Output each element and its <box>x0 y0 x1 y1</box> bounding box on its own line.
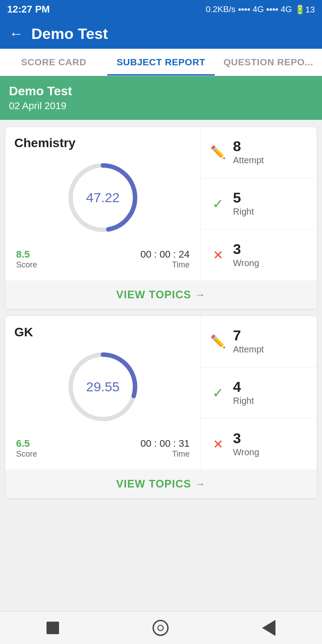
gk-wrong-value: 3 <box>233 431 259 445</box>
pencil-icon: ✏️ <box>210 145 226 160</box>
chemistry-score-block: 8.5 Score <box>16 249 37 270</box>
chemistry-time-value: 00 : 00 : 24 <box>140 249 190 260</box>
status-time: 12:27 PM <box>7 4 50 15</box>
chemistry-score-label: Score <box>16 260 37 270</box>
check-icon-gk: ✓ <box>210 385 226 401</box>
gk-right-cell: ✓ 4 Right <box>201 368 317 419</box>
gk-time-label: Time <box>140 449 190 459</box>
cross-icon: ✕ <box>210 248 226 263</box>
square-icon <box>47 622 59 634</box>
triangle-icon <box>262 620 275 636</box>
chemistry-right-value: 5 <box>233 191 254 205</box>
subject-card-chemistry: Chemistry 47.22 8.5 Score <box>5 127 317 309</box>
gk-score-block: 6.5 Score <box>16 438 37 459</box>
gk-wrong-cell: ✕ 3 Wrong <box>201 419 317 470</box>
app-bar: ← Demo Test <box>0 19 322 49</box>
view-topics-gk[interactable]: VIEW TOPICS → <box>5 470 317 498</box>
gk-bottom-stats: 6.5 Score 00 : 00 : 31 Time <box>14 434 191 461</box>
chemistry-title: Chemistry <box>14 136 191 150</box>
tab-bar: SCORE CARD SUBJECT REPORT QUESTION REPO.… <box>0 49 322 76</box>
signal-icons: ▪▪▪▪ 4G ▪▪▪▪ 4G <box>238 4 292 14</box>
gk-attempt-cell: ✏️ 7 Attempt <box>201 316 317 368</box>
chemistry-bottom-stats: 8.5 Score 00 : 00 : 24 Time <box>14 245 191 271</box>
back-button[interactable]: ← <box>9 25 23 42</box>
chemistry-time-label: Time <box>140 260 190 270</box>
chemistry-right-label: Right <box>233 207 254 217</box>
chemistry-right: ✏️ 8 Attempt ✓ 5 Right ✕ 3 Wrong <box>200 127 317 280</box>
tab-question-report[interactable]: QUESTION REPO... <box>215 49 322 76</box>
gk-wrong-label: Wrong <box>233 447 259 458</box>
gk-right: ✏️ 7 Attempt ✓ 4 Right ✕ 3 Wrong <box>200 316 317 470</box>
chemistry-score-value: 8.5 <box>16 249 37 260</box>
pencil-icon-gk: ✏️ <box>210 334 226 349</box>
test-date: 02 April 2019 <box>9 100 313 112</box>
chemistry-donut-wrapper: 47.22 <box>14 157 191 238</box>
tab-score-card[interactable]: SCORE CARD <box>0 49 107 76</box>
chemistry-attempt-value: 8 <box>233 139 264 153</box>
subject-card-gk: GK 29.55 6.5 Score 00 : 00 : 31 <box>5 316 317 498</box>
gk-donut: 29.55 <box>63 347 143 427</box>
view-topics-gk-label: VIEW TOPICS → <box>116 478 206 490</box>
cross-icon-gk: ✕ <box>210 437 226 452</box>
check-icon: ✓ <box>210 196 226 212</box>
chemistry-right-cell: ✓ 5 Right <box>201 178 317 230</box>
gk-score-label: Score <box>16 449 37 459</box>
chemistry-wrong-label: Wrong <box>233 258 259 268</box>
chemistry-donut: 47.22 <box>63 157 143 238</box>
gk-score-value: 6.5 <box>16 438 37 449</box>
gk-right-label: Right <box>233 396 254 406</box>
gk-left: GK 29.55 6.5 Score 00 : 00 : 31 <box>5 316 200 470</box>
status-right: 0.2KB/s ▪▪▪▪ 4G ▪▪▪▪ 4G 🔋13 <box>206 4 315 15</box>
gk-time-value: 00 : 00 : 31 <box>140 438 190 449</box>
test-name: Demo Test <box>9 84 313 98</box>
chemistry-time-block: 00 : 00 : 24 Time <box>140 249 190 270</box>
chemistry-percentage: 47.22 <box>86 190 119 205</box>
chemistry-wrong-value: 3 <box>233 242 259 256</box>
chemistry-wrong-cell: ✕ 3 Wrong <box>201 229 317 280</box>
view-topics-chemistry-label: VIEW TOPICS → <box>116 288 206 301</box>
tab-subject-report[interactable]: SUBJECT REPORT <box>107 49 215 76</box>
chemistry-attempt-label: Attempt <box>233 155 264 165</box>
gk-right-value: 4 <box>233 380 254 394</box>
circle-icon <box>153 620 169 636</box>
gk-attempt-label: Attempt <box>233 344 264 355</box>
status-bar: 12:27 PM 0.2KB/s ▪▪▪▪ 4G ▪▪▪▪ 4G 🔋13 <box>0 0 322 19</box>
nav-home-button[interactable] <box>153 620 169 636</box>
bottom-nav <box>0 611 322 644</box>
battery-icon: 🔋13 <box>295 4 315 15</box>
gk-donut-wrapper: 29.55 <box>14 347 191 427</box>
gk-time-block: 00 : 00 : 31 Time <box>140 438 190 459</box>
gk-title: GK <box>14 325 191 339</box>
nav-square-button[interactable] <box>47 622 59 634</box>
gk-percentage: 29.55 <box>86 379 119 394</box>
gk-attempt-value: 7 <box>233 328 264 343</box>
circle-inner-icon <box>157 625 164 631</box>
network-speed: 0.2KB/s <box>206 4 236 14</box>
chemistry-left: Chemistry 47.22 8.5 Score <box>5 127 200 280</box>
view-topics-chemistry[interactable]: VIEW TOPICS → <box>5 280 317 309</box>
app-bar-title: Demo Test <box>31 25 108 42</box>
test-header-banner: Demo Test 02 April 2019 <box>0 76 322 120</box>
chemistry-attempt-cell: ✏️ 8 Attempt <box>201 127 317 178</box>
nav-back-button[interactable] <box>262 620 275 636</box>
